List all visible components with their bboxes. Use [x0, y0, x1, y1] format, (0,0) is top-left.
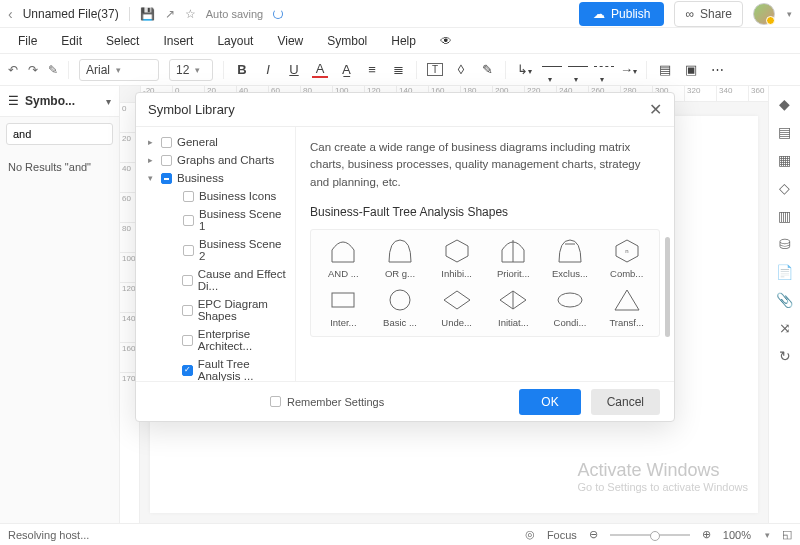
align-left-icon[interactable]: ≡ — [364, 62, 380, 77]
highlight-icon[interactable]: A̲ — [338, 62, 354, 77]
layer-icon[interactable]: ▤ — [778, 124, 791, 140]
line-end-icon[interactable]: →▾ — [620, 62, 636, 77]
underline-icon[interactable]: U — [286, 62, 302, 77]
zoom-value[interactable]: 100% — [723, 529, 751, 541]
close-icon[interactable]: ✕ — [649, 100, 662, 119]
shape-item[interactable]: OR g... — [376, 238, 425, 279]
shape-item[interactable]: nComb... — [602, 238, 651, 279]
share-icon: ∞ — [685, 7, 694, 21]
fill-icon[interactable]: ◊ — [453, 62, 469, 77]
shape-item[interactable]: Initiat... — [489, 287, 538, 328]
avatar-menu-caret[interactable]: ▾ — [787, 9, 792, 19]
fullscreen-icon[interactable]: ◱ — [782, 528, 792, 541]
left-panel-header[interactable]: ☰ Symbo... ▾ — [0, 86, 119, 117]
theme-icon[interactable]: ◆ — [779, 96, 790, 112]
symbol-library-dialog: Symbol Library ✕ ▸General ▸Graphs and Ch… — [135, 92, 675, 422]
tree-business-child[interactable]: Business Scene 2 — [170, 235, 295, 265]
watermark: Activate Windows Go to Settings to activ… — [577, 460, 748, 493]
data-icon[interactable]: ⛁ — [779, 236, 791, 252]
menu-view[interactable]: View — [265, 30, 315, 52]
tree-business-child[interactable]: Enterprise Architect... — [170, 325, 295, 355]
line-dash-icon[interactable]: ▾ — [594, 55, 610, 85]
export-icon[interactable]: ↗ — [165, 7, 175, 21]
connector-icon[interactable]: ↳▾ — [516, 62, 532, 77]
shape-item[interactable]: Unde... — [432, 287, 481, 328]
shape-item[interactable]: AND ... — [319, 238, 368, 279]
page-icon[interactable]: ▣ — [683, 62, 699, 77]
shape-item[interactable]: Basic ... — [376, 287, 425, 328]
remember-settings-checkbox[interactable]: Remember Settings — [270, 396, 384, 408]
grid-icon[interactable]: ▦ — [778, 152, 791, 168]
tree-general[interactable]: ▸General — [144, 133, 295, 151]
image-icon[interactable]: 📄 — [776, 264, 793, 280]
no-results-label: No Results "and" — [0, 151, 119, 183]
dialog-header: Symbol Library ✕ — [136, 93, 674, 127]
tree-graphs[interactable]: ▸Graphs and Charts — [144, 151, 295, 169]
spinner-icon — [273, 9, 283, 19]
align-center-icon[interactable]: ≣ — [390, 62, 406, 77]
menu-eye-icon[interactable]: 👁 — [428, 30, 464, 52]
bookmark-icon[interactable]: ▥ — [778, 208, 791, 224]
menu-select[interactable]: Select — [94, 30, 151, 52]
cancel-button[interactable]: Cancel — [591, 389, 660, 415]
zoom-caret[interactable]: ▾ — [765, 530, 770, 540]
attach-icon[interactable]: 📎 — [776, 292, 793, 308]
hamburger-icon: ☰ — [8, 94, 19, 108]
divider — [129, 7, 130, 21]
menu-insert[interactable]: Insert — [151, 30, 205, 52]
autosave-label: Auto saving — [206, 8, 263, 20]
zoom-in-icon[interactable]: ⊕ — [702, 528, 711, 541]
bold-icon[interactable]: B — [234, 62, 250, 77]
undo-icon[interactable]: ↶ — [8, 63, 18, 77]
focus-icon[interactable]: ◎ — [525, 528, 535, 541]
shape-item[interactable]: Transf... — [602, 287, 651, 328]
menu-file[interactable]: File — [6, 30, 49, 52]
avatar[interactable] — [753, 3, 775, 25]
font-size-select[interactable]: 12▾ — [169, 59, 213, 81]
ok-button[interactable]: OK — [519, 389, 580, 415]
chevron-down-icon[interactable]: ▾ — [106, 96, 111, 107]
symbol-search — [6, 123, 113, 145]
shape-item[interactable]: Priorit... — [489, 238, 538, 279]
pencil-icon[interactable]: ✎ — [479, 62, 495, 77]
tree-business-child[interactable]: Business Icons — [170, 187, 295, 205]
share-button[interactable]: ∞ Share — [674, 1, 743, 27]
menu-layout[interactable]: Layout — [205, 30, 265, 52]
font-color-icon[interactable]: A — [312, 61, 328, 78]
menu-help[interactable]: Help — [379, 30, 428, 52]
shape-grid: AND ...OR g...Inhibi...Priorit...Exclus.… — [310, 229, 660, 337]
tree-business[interactable]: ▾Business — [144, 169, 295, 187]
menu-symbol[interactable]: Symbol — [315, 30, 379, 52]
scrollbar[interactable] — [665, 237, 670, 337]
font-select[interactable]: Arial▾ — [79, 59, 159, 81]
italic-icon[interactable]: I — [260, 62, 276, 77]
line-style-icon[interactable]: ▾ — [568, 55, 584, 85]
redo-icon[interactable]: ↷ — [28, 63, 38, 77]
save-icon[interactable]: 💾 — [140, 7, 155, 21]
format-painter-icon[interactable]: ✎ — [48, 63, 58, 77]
tree-business-child[interactable]: Fault Tree Analysis ... — [170, 355, 295, 381]
overlap-icon[interactable]: ▤ — [657, 62, 673, 77]
right-rail: ◆ ▤ ▦ ◇ ▥ ⛁ 📄 📎 ⤨ ↻ — [768, 86, 800, 523]
history-icon[interactable]: ↻ — [779, 348, 791, 364]
layers-icon[interactable]: ◇ — [779, 180, 790, 196]
star-icon[interactable]: ☆ — [185, 7, 196, 21]
shape-item[interactable]: Inhibi... — [432, 238, 481, 279]
text-box-icon[interactable]: T — [427, 63, 443, 76]
symbol-search-input[interactable] — [6, 123, 113, 145]
tree-business-child[interactable]: EPC Diagram Shapes — [170, 295, 295, 325]
zoom-out-icon[interactable]: ⊖ — [589, 528, 598, 541]
publish-button[interactable]: ☁ Publish — [579, 2, 664, 26]
shape-item[interactable]: Exclus... — [546, 238, 595, 279]
menu-edit[interactable]: Edit — [49, 30, 94, 52]
line-start-icon[interactable]: ▾ — [542, 55, 558, 85]
back-button[interactable]: ‹ — [8, 6, 13, 22]
shape-item[interactable]: Inter... — [319, 287, 368, 328]
tree-business-child[interactable]: Business Scene 1 — [170, 205, 295, 235]
more-icon[interactable]: ⋯ — [709, 62, 725, 77]
shape-item[interactable]: Condi... — [546, 287, 595, 328]
expand-icon[interactable]: ⤨ — [779, 320, 791, 336]
focus-label[interactable]: Focus — [547, 529, 577, 541]
zoom-slider[interactable] — [610, 534, 690, 536]
tree-business-child[interactable]: Cause and Effect Di... — [170, 265, 295, 295]
